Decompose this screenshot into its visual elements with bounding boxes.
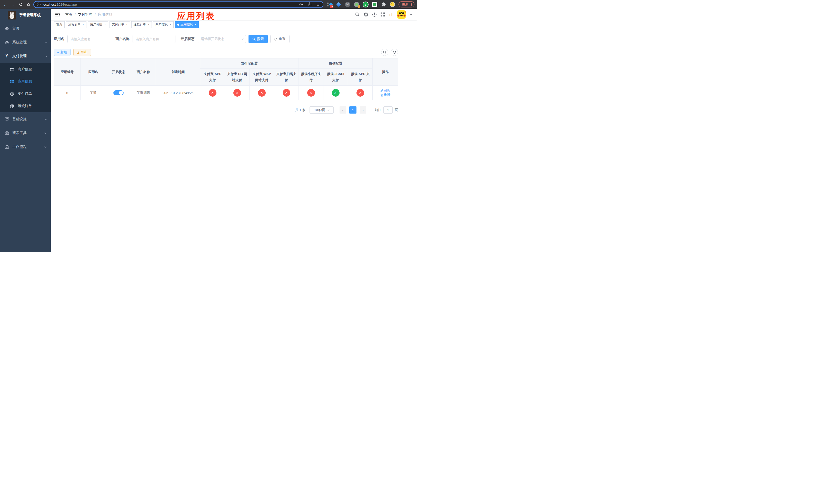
next-page-button[interactable]: › — [360, 107, 366, 114]
browser-forward-icon[interactable]: → — [10, 2, 16, 7]
browser-back-icon[interactable]: ← — [3, 2, 8, 7]
logo-bunny-image — [8, 11, 16, 20]
alipay-app-status-icon: × — [209, 89, 216, 97]
sidebar-item-app-info[interactable]: 应用信息 — [0, 75, 51, 88]
tab-app-info[interactable]: 应用信息× — [175, 21, 199, 28]
browser-update-button[interactable]: 更新 — [398, 1, 414, 7]
close-icon[interactable]: × — [195, 23, 196, 26]
fullscreen-icon[interactable] — [380, 12, 385, 17]
search-button[interactable]: 搜索 — [248, 35, 268, 43]
grid-table-icon — [10, 79, 14, 84]
gear-icon — [5, 40, 9, 44]
tab-process-form[interactable]: 流程表单× — [66, 21, 86, 28]
cell-status — [106, 86, 131, 100]
tab-merchant-info[interactable]: 商户信息× — [153, 21, 174, 28]
sidebar-item-merchant-info[interactable]: 商户信息 — [0, 63, 51, 75]
extension-badge: 1 — [358, 5, 360, 8]
browser-home-icon[interactable] — [26, 2, 31, 7]
tab-user-group[interactable]: 用户分组× — [88, 21, 108, 28]
app-logo[interactable]: 芋道管理系统 — [0, 9, 51, 22]
browser-reload-icon[interactable] — [18, 2, 24, 7]
fold-sidebar-icon[interactable] — [54, 13, 62, 17]
breadcrumb-payment[interactable]: 支付管理 — [78, 12, 92, 17]
extension-diamond-icon[interactable]: 10 — [327, 1, 333, 7]
sidebar-item-dev-tools[interactable]: 研发工具 — [0, 126, 51, 140]
page-size-select[interactable]: 10条/页 — [310, 107, 334, 114]
user-avatar[interactable] — [397, 10, 406, 19]
close-icon[interactable]: × — [170, 23, 171, 26]
col-actions: 操作 — [373, 59, 398, 86]
breadcrumb-home[interactable]: 首页 — [65, 12, 72, 17]
edit-link[interactable]: 修改 — [380, 88, 391, 93]
payment-submenu: 商户信息 应用信息 支付订单 退款订单 — [0, 63, 51, 112]
profile-emoji-icon[interactable] — [389, 1, 395, 7]
wechat-app-status-icon: × — [356, 89, 364, 97]
toggle-search-button[interactable] — [381, 49, 388, 56]
plus-icon: + — [57, 50, 59, 54]
prev-page-button[interactable]: ‹ — [339, 107, 346, 114]
extension-chat-icon[interactable] — [371, 1, 377, 7]
reset-button[interactable]: 重置 — [270, 35, 289, 43]
total-count: 共 1 条 — [295, 108, 305, 112]
close-icon[interactable]: × — [126, 23, 128, 26]
browser-menu-icon[interactable] — [411, 3, 412, 6]
cell-actions: 修改 删除 — [373, 86, 398, 100]
tab-refund-orders[interactable]: 退款订单× — [131, 21, 152, 28]
col-wechat-app: 微信 APP 支付 — [348, 69, 373, 86]
password-key-icon[interactable] — [299, 2, 303, 6]
page-info-icon[interactable]: i — [37, 3, 41, 6]
close-icon[interactable]: × — [104, 23, 106, 26]
bookmark-star-icon[interactable]: ☆ — [316, 2, 320, 7]
github-icon[interactable] — [364, 12, 368, 17]
close-icon[interactable]: × — [148, 23, 150, 26]
font-size-icon[interactable]: TT — [389, 12, 393, 17]
current-page[interactable]: 1 — [349, 107, 356, 114]
toolbox-icon — [5, 145, 9, 149]
coin-yen-icon — [10, 92, 14, 96]
sidebar-item-refund-orders[interactable]: 退款订单 — [0, 100, 51, 112]
address-bar[interactable]: i localhost:1024/pay/app ☆ — [33, 1, 323, 8]
extensions-puzzle-icon[interactable] — [380, 1, 387, 7]
alipay-qr-status-icon: × — [283, 89, 290, 97]
search-icon[interactable] — [355, 12, 359, 17]
dashboard-icon — [5, 26, 9, 30]
delete-link[interactable]: 删除 — [380, 93, 391, 97]
page-unit-label: 页 — [395, 108, 398, 112]
add-button[interactable]: +新增 — [54, 49, 70, 56]
cell-app-name: 芋道 — [81, 86, 106, 100]
sidebar-item-workflow[interactable]: 工作流程 — [0, 140, 51, 154]
export-button[interactable]: 导出 — [73, 49, 91, 56]
share-icon[interactable] — [308, 2, 312, 6]
col-alipay-pc: 支付宝 PC 网站支付 — [225, 69, 249, 86]
top-navbar: 首页 / 支付管理 / 应用信息 应用列表 ? TT — [51, 9, 417, 20]
extension-y-icon[interactable]: y — [363, 1, 369, 7]
tab-pay-orders[interactable]: 支付订单× — [110, 21, 130, 28]
close-icon[interactable]: × — [82, 23, 84, 26]
avatar-dropdown-caret[interactable] — [410, 14, 412, 15]
status-select[interactable]: 请选择开启状态 — [198, 35, 246, 43]
col-created: 创建时间 — [156, 59, 200, 86]
help-icon[interactable]: ? — [372, 13, 376, 17]
tab-home[interactable]: 首页 — [54, 21, 65, 28]
cell-merchant: 芋道源码 — [131, 86, 156, 100]
chevron-down-icon — [45, 132, 47, 134]
extension-command-icon[interactable]: ⌘ — [345, 1, 351, 7]
cell-created: 2021-10-23 08:49:25 — [156, 86, 200, 100]
sidebar-item-pay-orders[interactable]: 支付订单 — [0, 88, 51, 100]
sidebar-item-home[interactable]: 首页 — [0, 22, 51, 36]
extension-recorder-icon[interactable]: 1 — [353, 1, 359, 7]
wechat-mini-status-icon: × — [307, 89, 315, 97]
extension-gem-icon[interactable] — [335, 1, 342, 7]
app-name-input[interactable] — [67, 35, 110, 43]
alipay-wap-status-icon: × — [258, 89, 266, 97]
col-alipay-app: 支付宝 APP 支付 — [200, 69, 225, 86]
sidebar-item-payment[interactable]: ¥ 支付管理 — [0, 49, 51, 63]
sidebar-item-infrastructure[interactable]: 基础设施 — [0, 112, 51, 126]
refresh-button[interactable] — [391, 49, 398, 56]
merchant-name-input[interactable] — [133, 35, 175, 43]
enabled-toggle[interactable] — [113, 90, 124, 95]
chevron-down-icon — [45, 145, 47, 148]
extensions-area: 10 ⌘ 1 y — [327, 1, 395, 7]
sidebar-item-system[interactable]: 系统管理 — [0, 36, 51, 49]
goto-page-input[interactable] — [383, 107, 393, 114]
